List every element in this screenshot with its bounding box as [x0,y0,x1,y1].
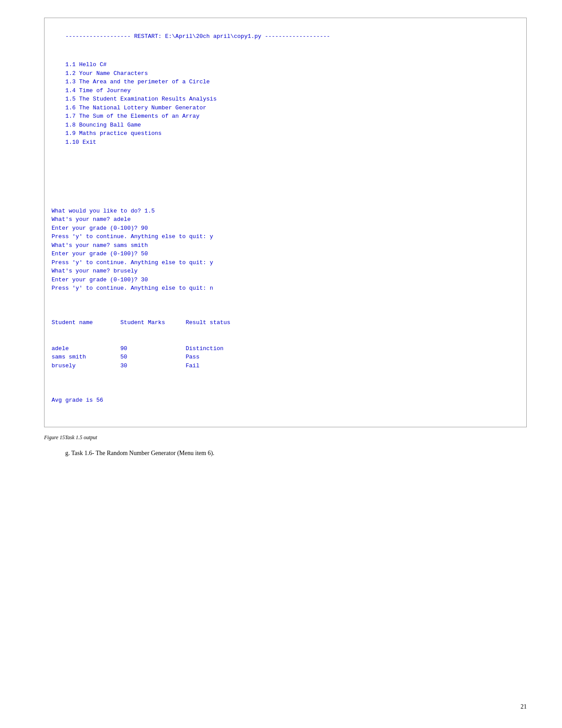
terminal-menu-item: 1.9 Maths practice questions [52,129,519,138]
terminal-blank-1 [52,172,519,181]
terminal-avg: Avg grade is 56 [52,396,519,405]
terminal-table-rows: adele 90 Distinctionsams smith 50 Passbr… [52,344,519,370]
terminal-session-line: Press 'y' to continue. Anything else to … [52,232,519,241]
terminal-menu: 1.1 Hello C# 1.2 Your Name Characters 1.… [52,60,519,146]
terminal-session: What would you like to do? 1.5What's you… [52,207,519,293]
terminal-session-line: What's your name? sams smith [52,241,519,250]
terminal-session-line: Press 'y' to continue. Anything else to … [52,258,519,267]
terminal-menu-item: 1.1 Hello C# [52,60,519,69]
page-number: 21 [521,703,527,710]
task-g-label: g. Task 1.6- The Random Number Generator… [65,450,527,457]
terminal-session-line: What's your name? brusely [52,267,519,276]
terminal-menu-item: 1.6 The National Lottery Number Generato… [52,104,519,112]
terminal-session-line: Press 'y' to continue. Anything else to … [52,284,519,293]
terminal-session-line: What would you like to do? 1.5 [52,207,519,216]
terminal-menu-item: 1.10 Exit [52,138,519,147]
page-container: ------------------- RESTART: E:\April\20… [0,0,562,728]
terminal-menu-item: 1.7 The Sum of the Elements of an Array [52,112,519,121]
terminal-menu-item: 1.8 Bouncing Ball Game [52,121,519,130]
terminal-menu-item: 1.4 Time of Journey [52,86,519,95]
terminal-session-line: What's your name? adele [52,215,519,224]
terminal-header: ------------------- RESTART: E:\April\20… [65,33,330,40]
terminal-table-header: Student name Student Marks Result status [52,318,519,327]
terminal-output: ------------------- RESTART: E:\April\20… [44,18,527,427]
terminal-session-line: Enter your grade (0-100)? 90 [52,224,519,233]
terminal-menu-item: 1.2 Your Name Characters [52,69,519,78]
terminal-menu-item: 1.5 The Student Examination Results Anal… [52,95,519,104]
terminal-table-row: sams smith 50 Pass [52,353,519,362]
terminal-menu-item: 1.3 The Area and the perimeter of a Circ… [52,78,519,86]
terminal-session-line: Enter your grade (0-100)? 50 [52,250,519,258]
terminal-table-row: brusely 30 Fail [52,362,519,370]
terminal-table-row: adele 90 Distinction [52,344,519,353]
figure-caption: Figure 15Task 1.5 output [44,434,527,441]
terminal-session-line: Enter your grade (0-100)? 30 [52,276,519,284]
